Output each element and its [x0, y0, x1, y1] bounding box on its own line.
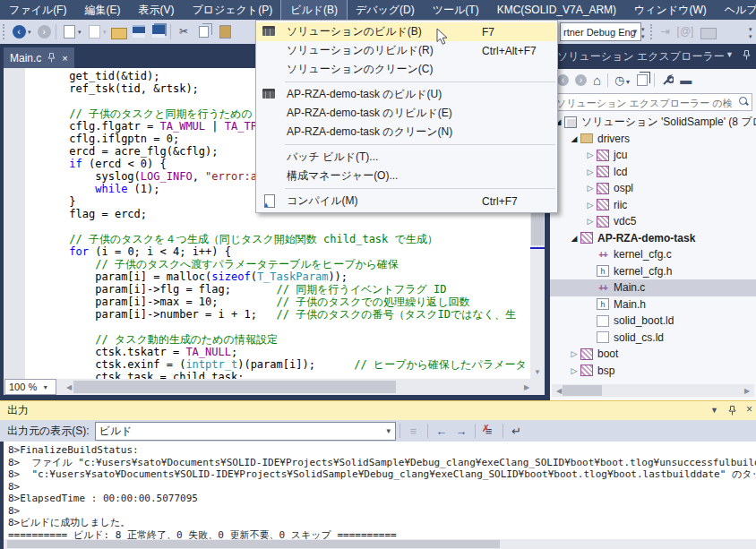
- tree-item-solid_cs.ld[interactable]: solid_cs.ld: [550, 330, 756, 347]
- expanded-arrow-icon[interactable]: ◢: [568, 134, 580, 143]
- paste-icon[interactable]: [217, 23, 233, 39]
- clear-all-icon[interactable]: ≡✗: [479, 425, 499, 438]
- tree-item-solid_boot.ld[interactable]: solid_boot.ld: [550, 313, 756, 330]
- tree-item-boot[interactable]: ▷boot: [550, 346, 756, 363]
- solution-icon: [564, 116, 577, 128]
- tree-item-kernel_cfg.c[interactable]: ++kernel_cfg.c: [550, 246, 756, 263]
- collapsed-arrow-icon[interactable]: ▷: [584, 217, 597, 226]
- build-menu-item-8[interactable]: バッチ ビルド(T)...: [256, 148, 557, 167]
- tree-item-label: boot: [597, 347, 618, 360]
- output-text[interactable]: 8>FinalizeBuildStatus:8> ファイル "c:¥users¥…: [0, 442, 756, 549]
- tree-item-lcd[interactable]: ▷lcd: [550, 164, 756, 181]
- goto-next-message-icon[interactable]: →: [451, 425, 471, 438]
- open-file-icon[interactable]: [111, 23, 127, 39]
- toolbar-overflow-icon[interactable]: ▾▾: [641, 26, 645, 40]
- expanded-arrow-icon[interactable]: ◢: [568, 234, 580, 243]
- build-menu-item-11[interactable]: コンパイル(M)Ctrl+F7: [256, 192, 557, 210]
- output-source-combo[interactable]: ビルド ▼: [95, 422, 396, 441]
- collapsed-arrow-icon[interactable]: ▷: [584, 184, 597, 193]
- collapsed-arrow-icon[interactable]: ▷: [584, 201, 597, 210]
- editor-zoom-combo[interactable]: 100 % ▼: [4, 379, 56, 395]
- menu-item-8[interactable]: ウィンドウ(W): [625, 0, 716, 21]
- menu-item-1[interactable]: 編集(E): [75, 0, 129, 21]
- menu-item-6[interactable]: ツール(T): [424, 0, 488, 21]
- build-menu-item-1[interactable]: ソリューションのリビルド(R)Ctrl+Alt+F7: [256, 41, 557, 60]
- build-menu-item-5[interactable]: AP-RZA-demo-task のリビルド(E): [256, 104, 557, 123]
- pin-icon[interactable]: [743, 50, 751, 60]
- add-item-icon: [86, 23, 102, 39]
- sync-with-active-document-icon[interactable]: [637, 74, 648, 86]
- pin-icon[interactable]: [47, 53, 56, 63]
- menu-item-3[interactable]: プロジェクト(P): [183, 0, 281, 21]
- save-all-icon[interactable]: [150, 23, 167, 39]
- scroll-down-icon[interactable]: ▼: [530, 368, 545, 376]
- code-segment: param[i]->flg = flag;: [30, 283, 277, 296]
- build-menu-item-9[interactable]: 構成マネージャー(O)...: [256, 167, 557, 185]
- pending-changes-filter-icon[interactable]: ◷▼: [614, 73, 631, 87]
- chevron-down-icon[interactable]: ▼: [385, 427, 392, 435]
- collapsed-arrow-icon[interactable]: ▷: [568, 349, 580, 358]
- menu-item-9[interactable]: ヘルプ(H): [716, 0, 756, 21]
- tree-item-ospl[interactable]: ▷ospl: [550, 180, 756, 197]
- copy-icon[interactable]: [195, 23, 211, 39]
- solution-configuration-combo[interactable]: rtner Debug Eng ▼: [560, 22, 641, 41]
- window-position-icon[interactable]: ▼: [710, 406, 718, 416]
- scrollbar-thumb[interactable]: [563, 385, 602, 396]
- build-menu-item-6[interactable]: AP-RZA-demo-task のクリーン(N): [256, 123, 557, 142]
- properties-wrench-icon[interactable]: [661, 74, 674, 87]
- tree-item-ソリューション 'SolidSample' (8 プロジェクト)[interactable]: ◢ソリューション 'SolidSample' (8 プロジェクト): [550, 114, 756, 131]
- tree-item-Main.h[interactable]: hMain.h: [550, 296, 756, 313]
- scroll-right-icon[interactable]: ▶: [740, 387, 754, 395]
- tree-item-AP-RZA-demo-task[interactable]: ◢AP-RZA-demo-task: [550, 230, 756, 247]
- navigate-back-icon[interactable]: ‹: [11, 23, 27, 39]
- editor-tab-mainc[interactable]: Main.c ×: [4, 47, 74, 68]
- menu-item-4[interactable]: ビルド(B): [281, 0, 347, 21]
- search-input[interactable]: [553, 95, 732, 110]
- collapsed-arrow-icon[interactable]: ▷: [568, 366, 580, 375]
- menu-item-5[interactable]: デバッグ(D): [347, 0, 424, 21]
- close-icon[interactable]: ×: [746, 406, 752, 416]
- toolbar-separator: [654, 73, 655, 87]
- tree-item-riic[interactable]: ▷riic: [550, 197, 756, 214]
- chevron-down-icon[interactable]: ▼: [42, 384, 48, 390]
- menu-item-7[interactable]: KMC(SOLID_V7A_ARM): [488, 1, 625, 19]
- collapsed-arrow-icon[interactable]: ▷: [584, 150, 597, 159]
- new-file-dropdown-icon[interactable]: ▾: [78, 29, 82, 36]
- home-icon[interactable]: ⌂: [593, 73, 601, 88]
- navigate-back-dropdown-icon[interactable]: ▾: [28, 29, 31, 36]
- tree-item-kernel_cfg.h[interactable]: hkernel_cfg.h: [550, 263, 756, 280]
- solution-explorer-hscrollbar[interactable]: ◀ ▶: [552, 384, 754, 397]
- build-menu-item-2[interactable]: ソリューションのクリーン(C): [256, 60, 557, 79]
- search-icon[interactable]: [739, 97, 749, 107]
- toggle-word-wrap-icon[interactable]: ↵: [507, 425, 527, 438]
- scrollbar-thumb[interactable]: [7, 540, 500, 548]
- file-icon: [597, 331, 609, 343]
- toolbar-grip[interactable]: [650, 24, 656, 39]
- scrollbar-thumb[interactable]: [73, 381, 396, 393]
- preview-selected-items-icon[interactable]: ▬: [680, 73, 692, 87]
- toolbar-overflow-icon[interactable]: ▾▾: [749, 26, 752, 40]
- build-menu-item-0[interactable]: ソリューションのビルド(B)F7: [256, 22, 557, 41]
- menu-item-2[interactable]: 表示(V): [129, 0, 183, 21]
- solution-explorer-search[interactable]: [552, 93, 752, 111]
- tree-item-Main.c[interactable]: ++Main.c: [550, 279, 756, 296]
- scroll-right-icon[interactable]: ▶: [520, 383, 534, 391]
- code-segment: ctsk.exinf = (: [30, 358, 185, 371]
- tree-item-drivers[interactable]: ◢drivers: [550, 131, 756, 148]
- pin-icon[interactable]: [728, 406, 736, 416]
- menu-item-0[interactable]: ファイル(F): [0, 0, 75, 21]
- goto-previous-message-icon[interactable]: ←: [432, 425, 451, 438]
- build-menu-item-4[interactable]: AP-RZA-demo-task のビルド(U): [256, 85, 557, 104]
- collapsed-arrow-icon[interactable]: ▷: [584, 167, 597, 176]
- new-file-icon[interactable]: [61, 23, 77, 39]
- close-icon[interactable]: ×: [62, 53, 67, 64]
- tree-item-vdc5[interactable]: ▷vdc5: [550, 213, 756, 230]
- toolbar-grip[interactable]: [3, 24, 8, 39]
- cut-icon[interactable]: ✂: [176, 23, 192, 39]
- tree-item-jcu[interactable]: ▷jcu: [550, 147, 756, 164]
- tree-item-bsp[interactable]: ▷bsp: [550, 363, 756, 380]
- window-position-icon[interactable]: ▼: [726, 50, 734, 60]
- output-hscrollbar[interactable]: [4, 539, 756, 549]
- save-icon[interactable]: [131, 23, 147, 39]
- chevron-down-icon[interactable]: ▼: [631, 28, 639, 36]
